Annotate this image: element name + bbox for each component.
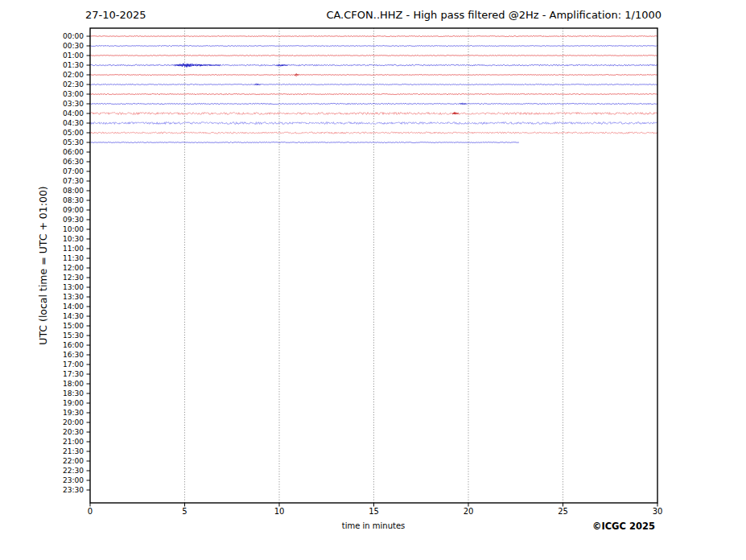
trace-0030	[90, 46, 657, 47]
y-tick-label: 16:00	[27, 341, 84, 350]
y-tick-label: 16:30	[27, 351, 84, 360]
trace-0530	[90, 142, 519, 143]
y-tick-label: 12:30	[27, 274, 84, 282]
x-tick-label: 30	[641, 507, 674, 517]
y-tick-label: 23:00	[27, 476, 84, 485]
y-tick-label: 12:00	[27, 264, 84, 273]
x-tick-label: 10	[263, 507, 295, 517]
y-tick-label: 18:00	[27, 380, 84, 389]
x-tick-label: 15	[358, 507, 390, 517]
y-tick-label: 18:30	[27, 389, 84, 398]
y-tick-label: 02:30	[27, 80, 84, 89]
gridlines	[185, 28, 563, 503]
y-tick-label: 19:30	[27, 409, 84, 418]
trace-0330	[90, 103, 657, 105]
y-tick-label: 00:00	[27, 32, 84, 41]
x-tick-label: 20	[452, 507, 484, 517]
y-tick-label: 19:00	[27, 399, 84, 408]
y-tick-label: 23:30	[27, 486, 84, 495]
y-tick-label: 07:00	[27, 167, 84, 176]
event-burst	[175, 64, 221, 67]
y-tick-label: 06:00	[27, 148, 84, 157]
y-tick-label: 11:30	[27, 254, 84, 263]
event-burst	[452, 113, 459, 114]
y-tick-label: 08:00	[27, 187, 84, 196]
y-tick-label: 22:00	[27, 457, 84, 466]
y-tick-label: 03:30	[27, 100, 84, 109]
y-tick-label: 20:00	[27, 418, 84, 427]
axis-ticks	[87, 36, 658, 507]
y-tick-label: 13:30	[27, 293, 84, 302]
trace-0230	[90, 84, 657, 85]
y-tick-label: 09:30	[27, 216, 84, 224]
y-tick-label: 01:30	[27, 61, 84, 70]
x-tick-label: 5	[169, 507, 201, 517]
y-tick-label: 08:30	[27, 196, 84, 205]
y-tick-label: 04:30	[27, 119, 84, 128]
y-tick-label: 02:00	[27, 71, 84, 80]
trace-0130	[90, 64, 657, 67]
y-tick-label: 17:00	[27, 360, 84, 369]
y-tick-label: 07:30	[27, 177, 84, 186]
y-tick-label: 14:00	[27, 303, 84, 311]
x-tick-label: 0	[74, 507, 106, 517]
y-tick-label: 00:30	[27, 42, 84, 51]
copyright-label: ©ICGC 2025	[592, 521, 655, 532]
y-tick-label: 10:00	[27, 225, 84, 234]
y-tick-label: 21:30	[27, 447, 84, 456]
y-tick-label: 05:30	[27, 138, 84, 147]
y-tick-label: 13:00	[27, 283, 84, 292]
y-tick-label: 15:00	[27, 322, 84, 331]
y-tick-label: 05:00	[27, 129, 84, 138]
y-tick-label: 04:00	[27, 109, 84, 118]
y-tick-label: 06:30	[27, 158, 84, 167]
x-tick-label: 25	[547, 507, 579, 517]
y-tick-label: 10:30	[27, 235, 84, 244]
event-burst	[254, 84, 260, 84]
y-tick-label: 11:00	[27, 245, 84, 253]
trace-0300	[90, 93, 657, 94]
y-tick-label: 09:00	[27, 206, 84, 215]
y-tick-label: 20:30	[27, 428, 84, 437]
y-tick-label: 21:00	[27, 438, 84, 447]
y-tick-label: 14:30	[27, 312, 84, 321]
trace-0500	[90, 132, 657, 134]
seismogram-plot	[0, 0, 746, 560]
x-axis-label: time in minutes	[253, 521, 494, 530]
trace-0430	[90, 122, 657, 125]
trace-0100	[90, 56, 657, 56]
y-tick-label: 17:30	[27, 370, 84, 379]
y-tick-label: 01:00	[27, 51, 84, 60]
y-tick-label: 03:00	[27, 90, 84, 99]
seismogram-page: 27-10-2025 CA.CFON..HHZ - High pass filt…	[0, 0, 746, 560]
y-tick-label: 15:30	[27, 331, 84, 340]
y-tick-label: 22:30	[27, 467, 84, 476]
